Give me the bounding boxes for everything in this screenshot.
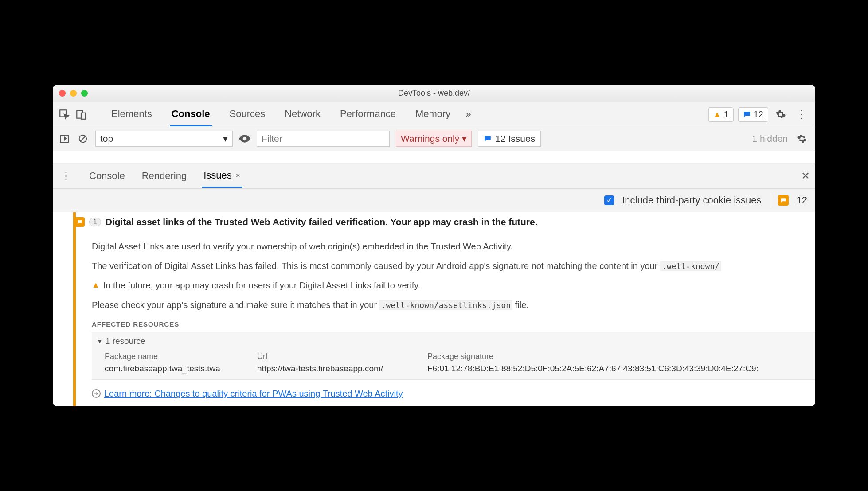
svg-rect-2 bbox=[81, 113, 86, 119]
issue-count-icon bbox=[778, 195, 789, 206]
kebab-menu-icon[interactable]: ⋮ bbox=[793, 108, 810, 121]
message-icon bbox=[743, 110, 751, 118]
settings-gear-icon[interactable] bbox=[773, 109, 789, 120]
learn-more-row: ➔ Learn more: Changes to quality criteri… bbox=[92, 387, 815, 400]
third-party-checkbox[interactable]: ✓ bbox=[604, 195, 614, 205]
issue-total-count: 12 bbox=[797, 195, 807, 206]
titlebar: DevTools - web.dev/ bbox=[53, 85, 815, 102]
issue-severity-icon bbox=[76, 217, 85, 227]
console-output-area[interactable] bbox=[53, 151, 815, 164]
issue-warning-line: ▲ In the future, your app may crash for … bbox=[92, 279, 815, 292]
warning-triangle-icon: ▲ bbox=[92, 279, 100, 291]
issue-item: ▼ 1 Digital asset links of the Trusted W… bbox=[53, 212, 815, 407]
svg-marker-5 bbox=[65, 137, 66, 140]
issue-occurrence-count: 1 bbox=[89, 218, 101, 226]
drawer-tab-rendering[interactable]: Rendering bbox=[140, 165, 189, 187]
svg-line-7 bbox=[81, 136, 86, 141]
close-tab-icon[interactable]: ✕ bbox=[235, 172, 241, 179]
context-value: top bbox=[100, 133, 113, 144]
live-expression-icon[interactable] bbox=[239, 134, 250, 143]
issue-title: Digital asset links of the Trusted Web A… bbox=[106, 217, 538, 227]
table-header-row: Package name Url Package signature bbox=[105, 351, 815, 362]
cell-url[interactable]: https://twa-tests.firebaseapp.com/ bbox=[257, 362, 417, 375]
tab-sources[interactable]: Sources bbox=[228, 103, 267, 126]
code-path: .well-known/assetlinks.json bbox=[379, 300, 513, 310]
svg-rect-9 bbox=[783, 200, 783, 201]
resource-count-row[interactable]: ▼ 1 resource bbox=[97, 335, 815, 348]
chevron-down-icon: ▾ bbox=[462, 133, 467, 144]
level-value: Warnings only bbox=[401, 133, 459, 144]
drawer-tabs: ⋮ Console Rendering Issues ✕ ✕ bbox=[53, 164, 815, 188]
more-tabs-icon[interactable]: » bbox=[465, 109, 471, 120]
device-toolbar-icon[interactable] bbox=[75, 108, 87, 121]
panel-tabs: Elements Console Sources Network Perform… bbox=[109, 103, 452, 126]
resource-table: Package name Url Package signature com.f… bbox=[105, 351, 815, 375]
issue-paragraph: Digital Asset Links are used to verify y… bbox=[92, 240, 815, 253]
third-party-label: Include third-party cookie issues bbox=[622, 195, 761, 206]
message-icon bbox=[484, 135, 492, 143]
console-settings-gear-icon[interactable] bbox=[794, 133, 810, 144]
tab-performance[interactable]: Performance bbox=[338, 103, 398, 126]
issue-paragraph: Please check your app's signature and ma… bbox=[92, 298, 815, 312]
close-drawer-icon[interactable]: ✕ bbox=[801, 170, 810, 182]
cell-signature: F6:01:12:78:BD:E1:88:52:D5:0F:05:2A:5E:6… bbox=[427, 362, 815, 375]
warning-triangle-icon: ▲ bbox=[713, 110, 721, 119]
col-signature: Package signature bbox=[427, 351, 815, 362]
console-sidebar-toggle-icon[interactable] bbox=[58, 133, 70, 144]
execution-context-select[interactable]: top ▾ bbox=[95, 131, 233, 147]
issue-paragraph: The verification of Digital Asset Links … bbox=[92, 259, 815, 273]
main-toolbar: Elements Console Sources Network Perform… bbox=[53, 102, 815, 127]
issue-header[interactable]: ▼ 1 Digital asset links of the Trusted W… bbox=[76, 215, 815, 229]
affected-resources-header: AFFECTED RESOURCES bbox=[92, 320, 815, 330]
drawer-tab-issues[interactable]: Issues ✕ bbox=[202, 164, 242, 188]
tab-memory[interactable]: Memory bbox=[414, 103, 452, 126]
tab-elements[interactable]: Elements bbox=[109, 103, 154, 126]
clear-console-icon[interactable] bbox=[77, 134, 89, 144]
window-title: DevTools - web.dev/ bbox=[53, 89, 815, 98]
external-link-icon: ➔ bbox=[92, 389, 101, 398]
console-filter-bar: top ▾ Warnings only ▾ 12 Issues 1 hidden bbox=[53, 127, 815, 151]
inspect-element-icon[interactable] bbox=[58, 108, 70, 121]
issue-body: Digital Asset Links are used to verify y… bbox=[82, 229, 815, 401]
tab-console[interactable]: Console bbox=[170, 103, 212, 126]
issues-count: 12 bbox=[754, 109, 763, 120]
table-row: com.firebaseapp.twa_tests.twa https://tw… bbox=[105, 362, 815, 375]
warnings-badge[interactable]: ▲ 1 bbox=[708, 107, 734, 122]
devtools-window: DevTools - web.dev/ Elements Console Sou… bbox=[53, 85, 815, 407]
col-package-name: Package name bbox=[105, 351, 246, 362]
svg-rect-8 bbox=[783, 199, 783, 200]
affected-resources-block: ▼ 1 resource Package name Url Package si… bbox=[92, 332, 815, 380]
issues-btn-label: 12 Issues bbox=[495, 133, 535, 144]
warnings-count: 1 bbox=[724, 109, 729, 120]
drawer-kebab-icon[interactable]: ⋮ bbox=[58, 170, 74, 182]
toolbar-right: ▲ 1 12 ⋮ bbox=[708, 107, 810, 122]
tab-network[interactable]: Network bbox=[283, 103, 322, 126]
col-url: Url bbox=[257, 351, 417, 362]
filter-input[interactable] bbox=[257, 131, 390, 147]
open-issues-button[interactable]: 12 Issues bbox=[478, 131, 541, 147]
code-path: .well-known/ bbox=[660, 261, 721, 271]
separator bbox=[770, 194, 770, 207]
chevron-down-icon: ▾ bbox=[223, 133, 228, 144]
log-level-select[interactable]: Warnings only ▾ bbox=[396, 131, 472, 147]
drawer-tab-console[interactable]: Console bbox=[87, 165, 127, 187]
issues-toolbar: ✓ Include third-party cookie issues 12 bbox=[53, 188, 815, 212]
cell-package-name: com.firebaseapp.twa_tests.twa bbox=[105, 362, 246, 375]
disclosure-triangle-icon[interactable]: ▼ bbox=[97, 337, 103, 346]
issues-badge[interactable]: 12 bbox=[738, 107, 768, 122]
learn-more-link[interactable]: Learn more: Changes to quality criteria … bbox=[104, 387, 403, 400]
hidden-count[interactable]: 1 hidden bbox=[752, 133, 788, 144]
